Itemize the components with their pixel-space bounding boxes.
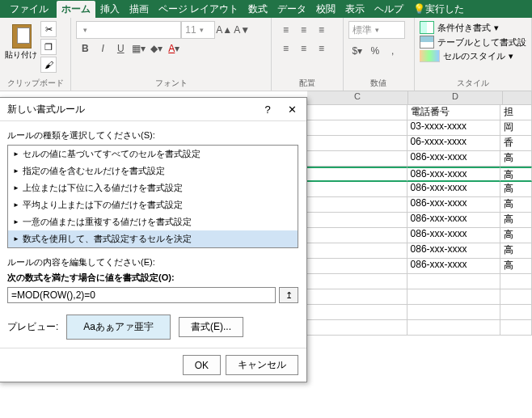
cell[interactable]	[307, 259, 407, 274]
col-header-d[interactable]: D	[408, 91, 502, 105]
increase-font-icon[interactable]: A▲	[215, 21, 233, 39]
cell[interactable]: 岡	[500, 120, 532, 136]
cell[interactable]	[500, 274, 532, 289]
cell[interactable]: 高	[500, 197, 532, 213]
bold-button[interactable]: B	[76, 40, 94, 57]
cell[interactable]: 086-xxx-xxxx	[407, 197, 500, 213]
dialog-help-button[interactable]: ?	[258, 101, 277, 117]
cell[interactable]: 高	[500, 259, 532, 274]
cell[interactable]: 086-xxx-xxxx	[407, 213, 500, 228]
align-right-icon[interactable]: ≡	[312, 40, 330, 57]
cell[interactable]: 086-xxx-xxxx	[407, 182, 500, 197]
cell[interactable]: 086-xxx-xxxx	[407, 151, 500, 167]
cell[interactable]	[307, 197, 407, 213]
tab-データ[interactable]: データ	[272, 1, 311, 18]
formula-input[interactable]	[7, 287, 276, 303]
header-cell[interactable]: 担	[500, 105, 532, 120]
cell[interactable]	[307, 228, 407, 243]
rule-type-list[interactable]: セルの値に基づいてすべてのセルを書式設定指定の値を含むセルだけを書式設定上位また…	[7, 145, 298, 248]
tab-挿入[interactable]: 挿入	[95, 1, 125, 18]
cell[interactable]	[307, 120, 407, 136]
cell[interactable]	[307, 151, 407, 167]
cell[interactable]	[500, 305, 532, 320]
cell[interactable]	[307, 289, 407, 305]
rule-type-item[interactable]: 平均より上または下の値だけを書式設定	[8, 196, 298, 213]
tab-ホーム[interactable]: ホーム	[57, 1, 95, 18]
align-top-icon[interactable]: ≡	[277, 21, 294, 39]
underline-button[interactable]: U	[112, 40, 129, 57]
cut-icon[interactable]: ✂	[40, 21, 57, 37]
cell[interactable]	[307, 274, 407, 289]
align-mid-icon[interactable]: ≡	[294, 21, 312, 39]
cell[interactable]: 03-xxxx-xxxx	[407, 120, 500, 136]
cell[interactable]: 086-xxx-xxxx	[407, 259, 500, 274]
format-button[interactable]: 書式(E)...	[179, 317, 243, 337]
align-center-icon[interactable]: ≡	[294, 40, 312, 57]
currency-icon[interactable]: $▾	[348, 42, 366, 60]
cell[interactable]: 高	[500, 151, 532, 167]
cell[interactable]	[407, 289, 500, 305]
header-cell[interactable]	[307, 105, 407, 120]
font-name-dropdown[interactable]	[76, 21, 181, 39]
ok-button[interactable]: OK	[183, 355, 221, 375]
tellme[interactable]: 実行した	[425, 2, 464, 16]
cell[interactable]	[500, 289, 532, 305]
tab-校閲[interactable]: 校閲	[311, 1, 340, 18]
rule-type-item[interactable]: 一意の値または重複する値だけを書式設定	[8, 213, 298, 230]
tab-描画[interactable]: 描画	[125, 1, 154, 18]
italic-button[interactable]: I	[94, 40, 112, 57]
percent-icon[interactable]: %	[366, 42, 384, 60]
cell[interactable]	[407, 274, 500, 289]
col-header-e[interactable]	[503, 91, 532, 105]
copy-icon[interactable]: ❐	[40, 39, 57, 55]
font-size-dropdown[interactable]: 11	[181, 21, 215, 39]
cell[interactable]	[500, 320, 532, 336]
cancel-button[interactable]: キャンセル	[226, 355, 298, 375]
cell[interactable]: 高	[500, 167, 532, 182]
rule-type-item[interactable]: 数式を使用して、書式設定するセルを決定	[8, 230, 298, 247]
cell[interactable]: 高	[500, 213, 532, 228]
tab-file[interactable]: ファイル	[6, 1, 52, 18]
rule-type-item[interactable]: 上位または下位に入る値だけを書式設定	[8, 179, 298, 196]
cell[interactable]: 高	[500, 182, 532, 197]
align-left-icon[interactable]: ≡	[277, 40, 294, 57]
cell[interactable]: 086-xxx-xxxx	[407, 228, 500, 243]
tab-数式[interactable]: 数式	[243, 1, 272, 18]
rule-type-item[interactable]: セルの値に基づいてすべてのセルを書式設定	[8, 146, 298, 163]
header-cell[interactable]: 電話番号	[407, 105, 500, 120]
font-color-icon[interactable]: A▾	[165, 40, 183, 57]
cell[interactable]	[307, 320, 407, 336]
number-format-dropdown[interactable]: 標準	[348, 21, 405, 39]
tab-表示[interactable]: 表示	[340, 1, 369, 18]
col-header-c[interactable]: C	[307, 91, 408, 105]
tab-ページ レイアウト[interactable]: ページ レイアウト	[154, 1, 243, 18]
cell[interactable]	[307, 243, 407, 259]
comma-icon[interactable]: ,	[384, 42, 402, 60]
format-as-table-button[interactable]: テーブルとして書式設	[420, 36, 526, 49]
rule-type-item[interactable]: 指定の値を含むセルだけを書式設定	[8, 163, 298, 179]
fill-color-icon[interactable]: ◆▾	[147, 40, 165, 57]
dialog-close-button[interactable]: ✕	[282, 101, 302, 117]
cell[interactable]	[307, 182, 407, 197]
conditional-formatting-button[interactable]: 条件付き書式▾	[420, 21, 499, 34]
tab-ヘルプ[interactable]: ヘルプ	[369, 1, 408, 18]
cell[interactable]: 086-xxx-xxxx	[407, 167, 500, 182]
worksheet[interactable]: C D 電話番号担03-xxxx-xxxx岡06-xxxx-xxxx香086-x…	[307, 91, 532, 418]
cell[interactable]	[307, 136, 407, 151]
format-painter-icon[interactable]: 🖌	[40, 57, 57, 73]
cell[interactable]: 高	[500, 228, 532, 243]
range-picker-icon[interactable]: ↥	[279, 287, 298, 303]
cell[interactable]: 香	[500, 136, 532, 151]
cell[interactable]	[407, 305, 500, 320]
cell[interactable]: 高	[500, 243, 532, 259]
decrease-font-icon[interactable]: A▼	[233, 21, 251, 39]
border-icon[interactable]: ▦▾	[129, 40, 147, 57]
cell[interactable]: 086-xxx-xxxx	[407, 243, 500, 259]
cell-styles-button[interactable]: セルのスタイル▾	[420, 50, 513, 62]
align-bot-icon[interactable]: ≡	[312, 21, 330, 39]
cell[interactable]	[407, 320, 500, 336]
cell[interactable]: 06-xxxx-xxxx	[407, 136, 500, 151]
paste-button[interactable]: 貼り付け	[5, 21, 37, 59]
cell[interactable]	[307, 167, 407, 182]
cell[interactable]	[307, 305, 407, 320]
